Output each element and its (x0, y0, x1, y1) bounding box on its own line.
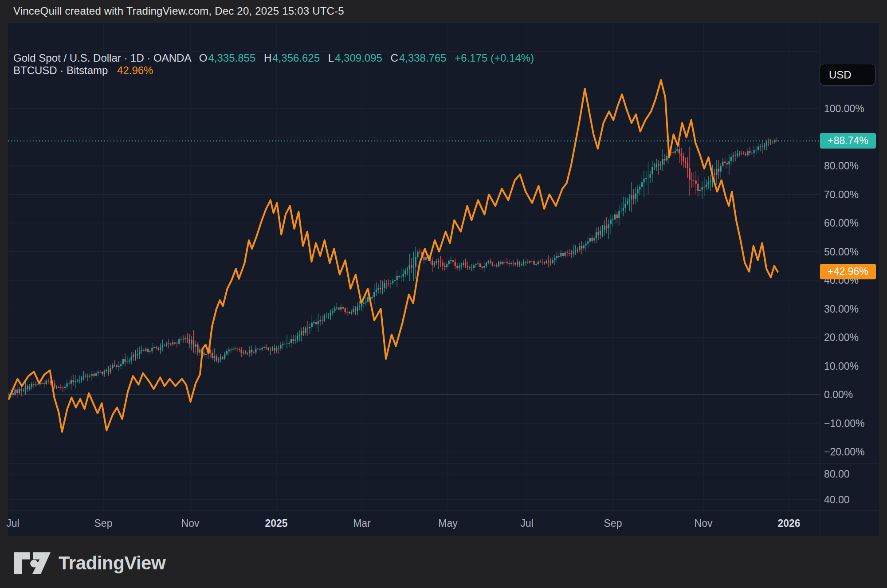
time-axis-label: Jul (6, 517, 19, 529)
y-axis-label: 80.00% (824, 160, 859, 172)
time-axis-label: Nov (695, 517, 713, 529)
y-axis-label: 20.00% (824, 332, 859, 344)
y-axis-label: −20.00% (824, 446, 864, 458)
time-axis-label: May (438, 517, 457, 529)
tradingview-logo-icon (13, 551, 51, 575)
y-axis-label: 0.00% (824, 389, 853, 401)
y-axis-label: 60.00% (824, 217, 859, 229)
time-axis-label: Sep (604, 517, 622, 529)
tradingview-screenshot: VinceQuill created with TradingView.com,… (0, 0, 887, 588)
y-axis-label: −10.00% (824, 418, 864, 430)
legend-row-btc[interactable]: BTCUSD · Bitstamp 42.96% (13, 64, 153, 77)
close-letter: C (391, 52, 398, 64)
chart-canvas[interactable] (0, 0, 887, 588)
low-letter: L (328, 52, 334, 64)
open-value: 4,335.855 (208, 52, 255, 64)
time-axis-label: Sep (94, 517, 113, 529)
time-axis-label: Mar (353, 517, 371, 529)
time-axis-label: 2025 (265, 517, 287, 529)
btc-last-price-badge: +42.96% (820, 264, 876, 279)
legend-row-gold[interactable]: Gold Spot / U.S. Dollar · 1D · OANDA O4,… (13, 52, 534, 64)
tradingview-logo-text: TradingView (59, 553, 165, 574)
change-value: +6.175 (+0.14%) (455, 52, 534, 64)
sub-pane-axis-label: 80.00 (824, 468, 850, 480)
y-axis-label: 70.00% (824, 189, 859, 201)
time-axis-label: 2026 (777, 517, 800, 529)
gold-last-price-badge: +88.74% (820, 133, 876, 149)
currency-usd-button[interactable]: USD (820, 64, 875, 86)
open-letter: O (199, 52, 208, 64)
y-axis-label: 10.00% (824, 361, 859, 372)
y-axis-label: 50.00% (824, 246, 859, 258)
time-axis-label: Jul (520, 517, 533, 529)
y-axis-label: 30.00% (824, 303, 859, 315)
high-value: 4,356.625 (272, 52, 320, 64)
gold-symbol-label: Gold Spot / U.S. Dollar · 1D · OANDA (13, 52, 191, 64)
close-value: 4,338.765 (399, 52, 447, 64)
tradingview-logo[interactable]: TradingView (13, 551, 165, 575)
time-axis-label: Nov (181, 517, 200, 529)
sub-pane-axis-label: 40.00 (824, 494, 850, 506)
btc-symbol-label: BTCUSD · Bitstamp (13, 64, 108, 76)
high-letter: H (264, 52, 271, 64)
low-value: 4,309.095 (335, 52, 382, 64)
btc-percent-value: 42.96% (117, 64, 153, 76)
y-axis-label: 100.00% (824, 103, 864, 115)
